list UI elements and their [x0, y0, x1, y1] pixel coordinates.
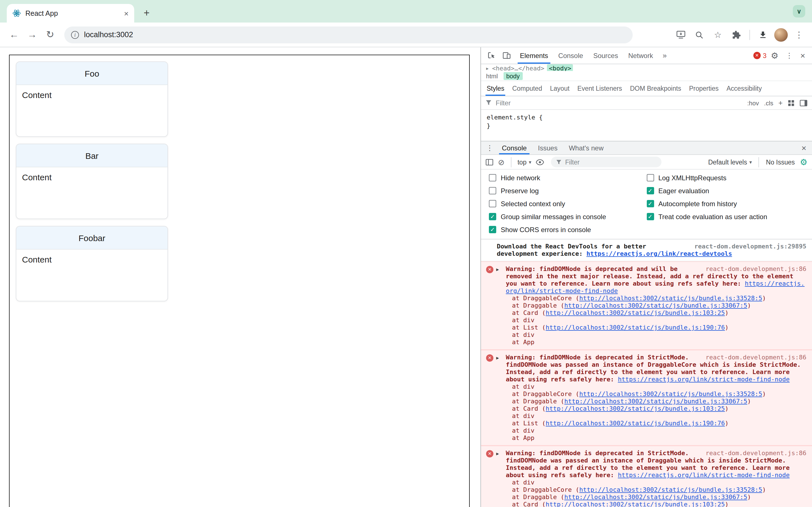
elements-tab-layout[interactable]: Layout	[546, 81, 573, 96]
message-source-link[interactable]: react-dom.development.js:29895	[695, 243, 806, 250]
forward-button[interactable]: →	[24, 26, 41, 43]
elements-tab-styles[interactable]: Styles	[483, 81, 508, 96]
drawer-tab-what-s-new[interactable]: What's new	[563, 142, 609, 154]
checkbox[interactable]	[489, 174, 496, 181]
console-setting-autocomplete-from-history[interactable]: ✓Autocomplete from history	[647, 197, 804, 210]
styles-filter-input[interactable]: Filter	[496, 99, 511, 107]
zoom-icon[interactable]	[692, 27, 707, 42]
console-setting-log-xmlhttprequests[interactable]: Log XMLHttpRequests	[647, 171, 804, 184]
tree-arrow-icon[interactable]: ▸	[486, 64, 489, 71]
card-title[interactable]: Foo	[16, 62, 167, 85]
message-source-link[interactable]: react-dom.development.js:86	[705, 354, 806, 361]
checkbox[interactable]: ✓	[647, 200, 654, 207]
devtools-tab-console[interactable]: Console	[553, 47, 588, 64]
drawer-tab-issues[interactable]: Issues	[532, 142, 563, 154]
context-selector[interactable]: top ▾	[517, 159, 531, 165]
install-icon[interactable]	[673, 27, 688, 42]
checkbox[interactable]: ✓	[489, 226, 496, 233]
tab-search-button[interactable]: ∨	[793, 5, 805, 17]
message-link[interactable]: https://reactjs.org/link/strict-mode-fin…	[618, 471, 790, 479]
downloads-icon[interactable]	[756, 27, 770, 42]
devtools-tab-sources[interactable]: Sources	[588, 47, 623, 64]
devtools-close-icon[interactable]: ×	[797, 51, 809, 60]
toggle-hover-state-button[interactable]: :hov	[747, 100, 759, 106]
drawer-menu-kebab-icon[interactable]: ⋮	[483, 144, 496, 152]
browser-menu-kebab-icon[interactable]: ⋮	[792, 27, 806, 42]
expand-triangle-icon[interactable]: ▶	[496, 266, 499, 273]
elements-tab-computed[interactable]: Computed	[508, 81, 546, 96]
bookmark-star-icon[interactable]: ☆	[711, 27, 725, 42]
checkbox[interactable]	[489, 187, 496, 194]
message-source-link[interactable]: react-dom.development.js:86	[705, 265, 806, 273]
clear-console-icon[interactable]: ⊘	[498, 158, 504, 166]
site-info-icon[interactable]: i	[71, 31, 79, 39]
checkbox[interactable]	[647, 174, 654, 181]
extensions-puzzle-icon[interactable]	[729, 27, 744, 42]
stack-link[interactable]: http://localhost:3002/static/js/bundle.j…	[579, 390, 762, 398]
style-rule[interactable]: element.style {	[487, 113, 806, 122]
new-tab-button[interactable]: +	[139, 5, 154, 21]
card-title[interactable]: Bar	[16, 144, 167, 167]
message-source-link[interactable]: react-dom.development.js:86	[705, 450, 806, 457]
expand-triangle-icon[interactable]: ▶	[496, 354, 499, 362]
dom-head-tag[interactable]: <head>…</head>	[492, 64, 544, 71]
live-expression-eye-icon[interactable]	[536, 159, 545, 165]
error-count-badge[interactable]: ✕ 3	[753, 52, 767, 59]
breadcrumb-body[interactable]: body	[504, 72, 523, 80]
device-toolbar-icon[interactable]	[500, 49, 514, 62]
stack-link[interactable]: http://localhost:3002/static/js/bundle.j…	[546, 309, 725, 317]
url-bar[interactable]: i localhost:3002	[64, 26, 633, 43]
back-button[interactable]: ←	[6, 26, 22, 43]
breadcrumb-html[interactable]: html	[486, 72, 498, 79]
toggle-class-button[interactable]: .cls	[764, 100, 773, 106]
console-setting-group-similar-messages-in-console[interactable]: ✓Group similar messages in console	[489, 210, 647, 223]
devtools-tab-network[interactable]: Network	[623, 47, 658, 64]
tab-close-icon[interactable]: ×	[124, 9, 129, 17]
profile-avatar[interactable]	[774, 28, 788, 41]
stack-link[interactable]: http://localhost:3002/static/js/bundle.j…	[579, 486, 762, 494]
elements-tab-event-listeners[interactable]: Event Listeners	[573, 81, 626, 96]
elements-tab-dom-breakpoints[interactable]: DOM Breakpoints	[626, 81, 685, 96]
browser-tab[interactable]: React App ×	[7, 4, 134, 22]
card-title[interactable]: Foobar	[16, 226, 167, 249]
reload-button[interactable]: ↻	[42, 26, 59, 43]
stack-link[interactable]: http://localhost:3002/static/js/bundle.j…	[564, 398, 747, 405]
issues-counter[interactable]: No Issues	[766, 159, 795, 165]
toggle-sidebar-panel-icon[interactable]	[800, 100, 808, 106]
stack-link[interactable]: http://localhost:3002/static/js/bundle.j…	[546, 501, 725, 507]
devtools-tab-elements[interactable]: Elements	[515, 47, 553, 64]
elements-tab-accessibility[interactable]: Accessibility	[723, 81, 766, 96]
style-rule-selector[interactable]: element.style	[487, 114, 535, 121]
log-levels-selector[interactable]: Default levels ▾	[708, 159, 752, 165]
console-filter-input[interactable]: Filter	[551, 157, 662, 167]
console-setting-hide-network[interactable]: Hide network	[489, 171, 647, 184]
console-setting-selected-context-only[interactable]: Selected context only	[489, 197, 647, 210]
stack-link[interactable]: http://localhost:3002/static/js/bundle.j…	[564, 494, 747, 501]
inspect-element-icon[interactable]	[485, 49, 499, 62]
checkbox[interactable]	[489, 200, 496, 207]
dom-body-tag-selected[interactable]: <body>	[547, 64, 573, 71]
stack-link[interactable]: http://localhost:3002/static/js/bundle.j…	[546, 405, 725, 412]
elements-tab-properties[interactable]: Properties	[685, 81, 723, 96]
drawer-close-icon[interactable]: ×	[798, 143, 810, 153]
drawer-tab-console[interactable]: Console	[496, 142, 532, 154]
console-settings-gear-icon[interactable]: ⚙	[800, 157, 808, 167]
new-style-rule-button[interactable]: +	[778, 99, 783, 107]
more-tabs-icon[interactable]: »	[659, 51, 670, 60]
stack-link[interactable]: http://localhost:3002/static/js/bundle.j…	[564, 302, 747, 309]
message-link[interactable]: https://reactjs.org/link/strict-mode-fin…	[618, 376, 790, 383]
checkbox[interactable]: ✓	[489, 213, 496, 220]
console-setting-treat-code-evaluation-as-user-action[interactable]: ✓Treat code evaluation as user action	[647, 210, 804, 223]
console-setting-preserve-log[interactable]: Preserve log	[489, 184, 647, 197]
devtools-settings-gear-icon[interactable]: ⚙	[767, 49, 781, 62]
devtools-menu-kebab-icon[interactable]: ⋮	[783, 51, 796, 60]
message-link[interactable]: https://reactjs.org/link/react-devtools	[587, 250, 732, 258]
stack-link[interactable]: http://localhost:3002/static/js/bundle.j…	[546, 420, 725, 427]
checkbox[interactable]: ✓	[647, 187, 654, 194]
checkbox[interactable]: ✓	[647, 213, 654, 220]
console-sidebar-icon[interactable]	[486, 159, 493, 165]
console-setting-eager-evaluation[interactable]: ✓Eager evaluation	[647, 184, 804, 197]
expand-triangle-icon[interactable]: ▶	[496, 450, 499, 457]
stack-link[interactable]: http://localhost:3002/static/js/bundle.j…	[546, 324, 725, 331]
console-setting-show-cors-errors-in-console[interactable]: ✓Show CORS errors in console	[489, 223, 647, 236]
